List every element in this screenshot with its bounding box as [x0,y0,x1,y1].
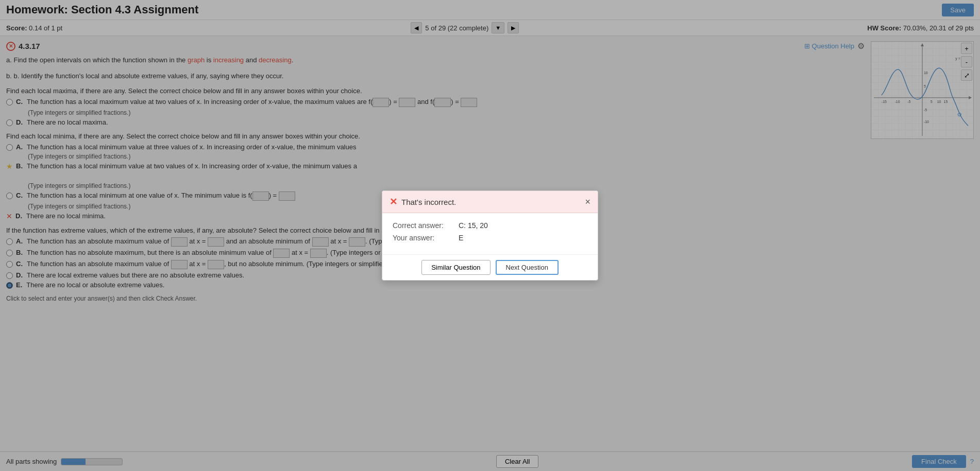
your-answer-value: E [459,234,463,242]
modal-overlay: ✕ That's incorrect. × Correct answer: C:… [0,0,980,338]
modal-close-button[interactable]: × [585,197,590,206]
correct-answer-value: C: 15, 20 [459,221,488,230]
modal-header: ✕ That's incorrect. × [382,191,598,213]
modal-error-icon: ✕ [390,196,397,207]
modal-header-left: ✕ That's incorrect. [390,196,456,207]
similar-question-button[interactable]: Similar Question [421,260,490,275]
modal-body: Correct answer: C: 15, 20 Your answer: E [382,213,598,254]
next-question-button[interactable]: Next Question [496,260,559,275]
modal-footer: Similar Question Next Question [382,254,598,280]
your-answer-label: Your answer: [393,234,454,242]
correct-answer-label: Correct answer: [393,221,454,230]
your-answer-row: Your answer: E [393,234,587,242]
modal-title: That's incorrect. [401,198,456,206]
modal-dialog: ✕ That's incorrect. × Correct answer: C:… [382,190,598,281]
correct-answer-row: Correct answer: C: 15, 20 [393,221,587,230]
